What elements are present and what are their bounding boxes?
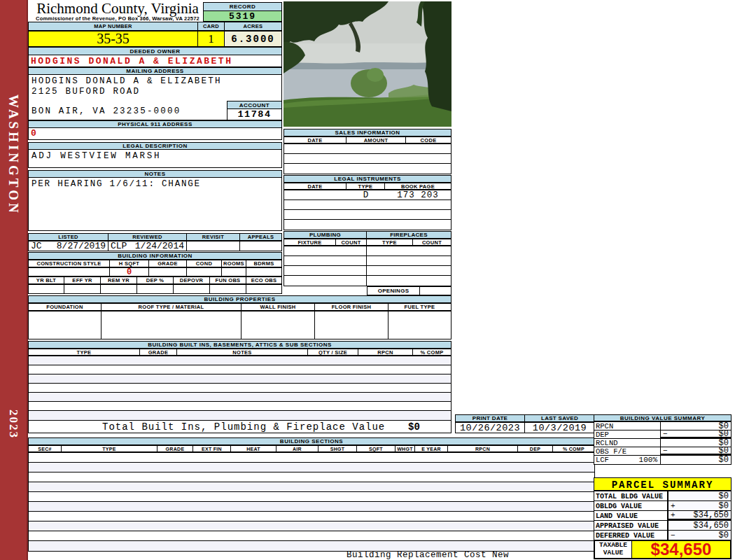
hsqft-value: 0 <box>110 267 149 276</box>
bi-rpcn-header: RPCN <box>358 349 413 356</box>
table-row <box>284 246 366 256</box>
floor-finish-header: FLOOR FINISH <box>315 303 388 311</box>
bi-grade-header: GRADE <box>140 349 177 356</box>
revisit-value <box>187 241 240 251</box>
summary-row: APPRAISED VALUE $34,650 <box>594 521 731 531</box>
bs-shgt-header: SHGT <box>318 445 357 452</box>
rooms-header: ROOMS <box>222 260 246 267</box>
bdrms-value <box>246 267 282 276</box>
bs-eyear-header: E YEAR <box>415 445 448 452</box>
table-row <box>284 154 451 164</box>
roof-type-value <box>102 311 241 340</box>
print-info-headers: PRINT DATE LAST SAVED <box>455 414 595 422</box>
page-subtitle: Commissioner of the Revenue, PO Box 366,… <box>29 15 206 22</box>
roof-type-header: ROOF TYPE / MATERIAL <box>102 303 241 311</box>
bi-notes-header: NOTES <box>177 349 308 356</box>
dep-op: − <box>661 430 671 438</box>
total-bldg-value: $0 <box>679 491 731 501</box>
inst-date-header: DATE <box>284 183 346 190</box>
inst-type-header: TYPE <box>346 183 385 190</box>
table-row <box>284 164 451 174</box>
account-value: 11784 <box>227 109 282 120</box>
built-ins-col-headers: TYPE GRADE NOTES QTY / SIZE RPCN % COMP <box>28 349 451 356</box>
table-row <box>29 482 594 492</box>
total-bldg-label: TOTAL BLDG VALUE <box>594 491 668 500</box>
dep-value: $0 <box>671 429 731 439</box>
table-row <box>29 402 451 411</box>
lcf-value: $0 <box>671 455 731 465</box>
land-value-label: LAND VALUE <box>594 511 668 520</box>
plumbing-count-header: COUNT <box>336 239 367 246</box>
table-row <box>284 200 451 210</box>
land-value: $34,650 <box>679 510 731 520</box>
bi-type-header: TYPE <box>28 349 140 356</box>
obs-fe-label: OBS F/E <box>594 447 661 455</box>
table-row <box>29 463 594 472</box>
map-value-row: 35-35 1 6.3000 <box>28 31 282 47</box>
deferred-value: $0 <box>679 531 731 540</box>
table-row <box>29 531 594 541</box>
inst-type-value: D <box>346 190 385 200</box>
table-row <box>367 246 451 256</box>
sidebar-state-label: WASHINGTON <box>6 94 21 216</box>
openings-value <box>420 286 451 295</box>
bi-comp-header: % COMP <box>413 349 451 356</box>
table-row <box>367 256 451 266</box>
parcel-summary-rows: TOTAL BLDG VALUE $0 OBLDG VALUE +$0 LAND… <box>594 491 732 541</box>
map-number-header: MAP NUMBER <box>28 22 198 31</box>
obldg-value: $0 <box>679 501 731 511</box>
fixture-header: FIXTURE <box>284 239 336 246</box>
bs-heat-header: HEAT <box>231 445 276 452</box>
plumbing-fireplaces-headers: PLUMBING FIREPLACES <box>284 231 451 239</box>
building-information-header: BUILDING INFORMATION <box>28 252 282 260</box>
built-ins-total-row: Total Built Ins, Plumbing & Fireplace Va… <box>28 421 451 433</box>
built-ins-total-label: Total Built Ins, Plumbing & Fireplace Va… <box>102 421 385 433</box>
deeded-owner-header: DEEDED OWNER <box>28 47 282 55</box>
table-row <box>367 276 451 286</box>
building-value-summary-header: BUILDING VALUE SUMMARY <box>594 414 732 421</box>
lcf-pct: 100% <box>639 456 660 464</box>
fun-obs-header: FUN OBS <box>210 276 246 284</box>
building-info-row2-headers: YR BLT EFF YR REM YR DEP % DEPOVR FUN OB… <box>28 276 282 284</box>
eff-yr-value <box>64 284 101 294</box>
sales-col-headers: DATE AMOUNT CODE <box>284 136 451 144</box>
sales-information-header: SALES INFORMATION <box>284 129 451 136</box>
appeals-header: APPEALS <box>240 233 282 241</box>
revisit-header: REVISIT <box>187 233 240 241</box>
sidebar-year-label: 2023 <box>6 410 20 439</box>
building-properties-header: BUILDING PROPERTIES <box>28 295 451 303</box>
built-ins-header: BUILDING BUILT INS, BASEMENTS, ATTICS & … <box>28 341 451 349</box>
lcf-label: LCF <box>596 456 609 464</box>
built-ins-rows <box>28 356 451 421</box>
taxable-value-amount: $34,650 <box>632 541 730 558</box>
grade-header: GRADE <box>149 260 187 267</box>
table-row <box>29 502 594 512</box>
obldg-op: + <box>668 502 679 510</box>
mailing-address-box: HODGINS DONALD A & ELIZABETH 2125 BUFORD… <box>28 75 282 120</box>
table-row: D 173 203 <box>284 190 451 200</box>
bs-whgt-header: WHGT <box>396 445 415 452</box>
year-sidebar: WASHINGTON 2023 <box>0 0 28 560</box>
wall-finish-header: WALL FINISH <box>241 303 315 311</box>
bs-extfin-header: EXT FIN <box>193 445 231 452</box>
legal-instruments-header: LEGAL INSTRUMENTS <box>284 175 451 183</box>
openings-label: OPENINGS <box>367 286 420 295</box>
sales-date-header: DATE <box>284 136 346 144</box>
building-properties-col-headers: FOUNDATION ROOF TYPE / MATERIAL WALL FIN… <box>28 303 451 311</box>
table-row <box>29 522 594 531</box>
map-number-value: 35-35 <box>28 31 198 47</box>
rem-yr-header: REM YR <box>101 276 137 284</box>
deferred-op: − <box>668 531 679 540</box>
property-photo <box>284 1 451 127</box>
table-row <box>29 356 451 365</box>
sales-rows <box>284 144 451 174</box>
table-row <box>29 374 451 384</box>
print-info-values: 10/26/2023 10/3/2019 <box>455 422 595 433</box>
legal-description-header: LEGAL DESCRIPTION <box>28 142 282 150</box>
card-header: CARD <box>198 22 225 31</box>
rpcn-label: RPCN <box>594 422 661 430</box>
page-title: Richmond County, Virginia <box>29 0 206 15</box>
land-value-op: + <box>668 511 679 519</box>
fireplace-count-header: COUNT <box>413 239 451 246</box>
sales-code-header: CODE <box>406 136 451 144</box>
